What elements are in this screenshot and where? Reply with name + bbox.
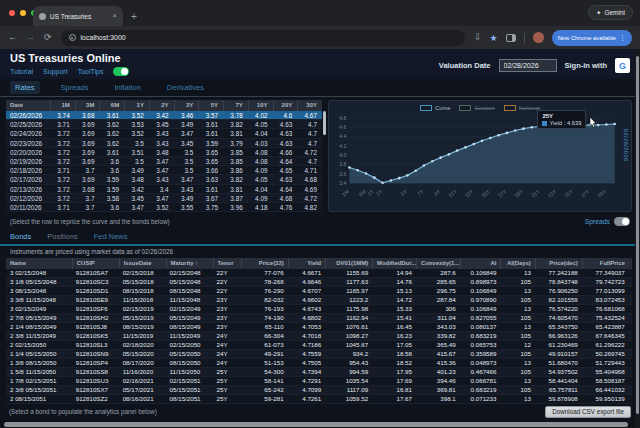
- bonds-col-header[interactable]: AI: [460, 258, 501, 269]
- rates-row-02/18/2026[interactable]: 02/18/20263.713.73.63.493.473.53.663.864…: [6, 166, 322, 175]
- page-scrollbar[interactable]: [635, 50, 640, 428]
- rates-cell: 3.47: [174, 175, 199, 183]
- download-csv-button[interactable]: Download CSV export file: [545, 406, 631, 418]
- browser-toolbar: ← → ⟳ localhost:3000 ⇩ ★ New Chrome avai…: [0, 26, 640, 49]
- rates-row-02/25/2026[interactable]: 02/25/20263.713.693.623.533.453.493.613.…: [6, 120, 322, 129]
- tab-rates[interactable]: Rates: [10, 81, 40, 94]
- bond-cell: 02/15/2048: [166, 269, 213, 277]
- bond-row-912810SA7[interactable]: 3 02/15/2048912810SA702/15/201802/15/204…: [6, 269, 632, 278]
- bonds-col-header[interactable]: FullPrice: [582, 258, 629, 269]
- tooltips-link[interactable]: ToolTips: [78, 68, 104, 75]
- bonds-col-header[interactable]: AI(Days): [500, 258, 534, 269]
- valuation-date-input[interactable]: [499, 59, 557, 72]
- support-link[interactable]: Support: [43, 68, 68, 75]
- rates-cell: 3.69: [75, 157, 100, 165]
- bond-row-912810SU3[interactable]: 1 7/8 02/15/2051912810SU302/16/202102/15…: [6, 377, 632, 386]
- new-chrome-available-button[interactable]: New Chrome available ⋮: [552, 30, 632, 46]
- rates-row-02/20/2026[interactable]: 02/20/20263.723.693.613.513.483.53.653.8…: [6, 148, 322, 157]
- bonds-col-header[interactable]: Name: [6, 258, 72, 269]
- tooltips-toggle[interactable]: [113, 67, 129, 76]
- rates-cell: 3.57: [198, 111, 223, 119]
- browser-tab[interactable]: US Treasuries ×: [33, 6, 123, 26]
- bond-row-912810SK5[interactable]: 2 3/8 11/15/2049912810SK511/15/201911/15…: [6, 332, 632, 341]
- reload-icon[interactable]: ⟳: [44, 33, 52, 42]
- bonds-col-header[interactable]: Price(dec): [535, 258, 582, 269]
- rates-cell: 3.79: [223, 139, 248, 147]
- side-panel-icon[interactable]: [506, 34, 516, 42]
- tab-spreads[interactable]: Spreads: [56, 81, 94, 94]
- bonds-col-header[interactable]: Tenor: [213, 258, 241, 269]
- bond-row-912810SZ2[interactable]: 2 08/15/2051912810SZ208/16/202108/15/205…: [6, 395, 632, 404]
- bond-row-912810SJ8[interactable]: 2 1/4 08/15/2049912810SJ808/15/201908/15…: [6, 323, 632, 332]
- minimize-window-button[interactable]: [20, 10, 26, 16]
- legend-item-coupon[interactable]: Coupon: [459, 105, 494, 111]
- tab-fed-news[interactable]: Fed News: [94, 232, 128, 241]
- bond-row-912810SE9[interactable]: 3 3/8 11/15/2048912810SE911/15/201811/15…: [6, 296, 632, 305]
- legend-item-curve[interactable]: Curve: [420, 105, 450, 111]
- rates-table-scrollbar[interactable]: [323, 111, 326, 135]
- address-bar[interactable]: localhost:3000: [61, 30, 466, 46]
- bonds-col-header[interactable]: CUSIP: [72, 258, 119, 269]
- bonds-col-header[interactable]: Yield: [288, 258, 326, 269]
- rates-row-02/26/2026[interactable]: 02/26/20263.743.683.613.523.423.463.573.…: [6, 111, 322, 120]
- forward-icon[interactable]: →: [26, 33, 35, 42]
- horizontal-scrollbar-thumb[interactable]: [4, 422, 628, 427]
- spreads-toggle[interactable]: [614, 217, 630, 226]
- bond-cell: 15.41: [372, 314, 416, 322]
- google-signin-button[interactable]: G: [615, 58, 630, 73]
- bond-cell: 23Y: [213, 296, 241, 304]
- rates-row-02/24/2026[interactable]: 02/24/20263.723.693.623.523.433.473.613.…: [6, 129, 322, 138]
- main-tab-bar: RatesSpreadsInflationDerivatives: [0, 79, 640, 97]
- bond-row-912810SC3[interactable]: 3 1/8 05/15/2048912810SC305/15/201805/15…: [6, 278, 632, 287]
- gemini-button[interactable]: ✦ Gemini: [588, 5, 633, 20]
- rates-row-02/12/2026[interactable]: 02/12/20263.723.73.583.453.473.493.673.8…: [6, 194, 322, 203]
- horizontal-scrollbar[interactable]: [2, 420, 638, 428]
- bond-row-912810SX7[interactable]: 2 3/8 05/15/2051912810SX705/17/202105/15…: [6, 386, 632, 395]
- bond-cell: 51.680470: [535, 359, 582, 367]
- back-icon[interactable]: ←: [8, 33, 17, 42]
- bond-cell: 16.81: [372, 386, 416, 394]
- rates-row-02/11/2026[interactable]: 02/11/20263.713.73.63.473.523.553.753.96…: [6, 203, 322, 212]
- bonds-col-header[interactable]: IssueDate: [119, 258, 166, 269]
- bond-cell: 3 3/8 11/15/2048: [6, 296, 72, 304]
- rates-row-02/13/2026[interactable]: 02/13/20263.723.683.593.423.43.433.613.8…: [6, 185, 322, 194]
- rates-row-02/17/2026[interactable]: 02/17/20263.723.693.593.483.433.473.633.…: [6, 175, 322, 184]
- bonds-col-header[interactable]: Convexity(1...: [416, 258, 460, 269]
- rates-row-02/23/2026[interactable]: 02/23/20263.723.693.623.53.433.453.593.7…: [6, 139, 322, 148]
- site-info-icon[interactable]: [69, 34, 76, 41]
- bond-row-912810SL3[interactable]: 2 02/15/2050912810SL302/18/202002/15/205…: [6, 341, 632, 350]
- install-app-icon[interactable]: ⇩: [474, 33, 482, 42]
- bonds-col-header[interactable]: ModifiedDur...: [372, 258, 416, 269]
- bond-row-912810SD1[interactable]: 3 08/15/2048912810SD108/15/201808/15/204…: [6, 287, 632, 296]
- page-scrollbar-thumb[interactable]: [636, 56, 639, 414]
- rates-cell: 3.7: [75, 194, 100, 202]
- close-window-button[interactable]: [9, 10, 15, 16]
- bonds-col-header[interactable]: Price(32): [241, 258, 288, 269]
- tutorial-link[interactable]: Tutorial: [10, 68, 33, 75]
- yield-curve-chart[interactable]: CurveCouponNotional 3.43.63.84.04.24.44.…: [328, 100, 632, 212]
- bond-cell: 17.05: [372, 341, 416, 349]
- profile-avatar[interactable]: [533, 32, 544, 43]
- tab-derivatives[interactable]: Derivatives: [162, 81, 209, 94]
- tab-bonds[interactable]: Bonds: [10, 232, 31, 241]
- tab-inflation[interactable]: Inflation: [110, 81, 146, 94]
- rates-cell: 3.62: [99, 139, 124, 147]
- new-tab-button[interactable]: +: [131, 12, 137, 22]
- bonds-col-header[interactable]: DV01(1MM): [325, 258, 372, 269]
- bond-row-912810SN9[interactable]: 1 1/4 05/15/2050912810SN905/15/202005/15…: [6, 350, 632, 359]
- bond-row-912810SS8[interactable]: 1 5/8 11/15/2050912810SS811/16/202011/15…: [6, 368, 632, 377]
- bond-row-912810SH2[interactable]: 2 7/8 05/15/2049912810SH205/15/201905/15…: [6, 314, 632, 323]
- tab-positions[interactable]: Positions: [47, 232, 77, 241]
- bond-row-912810SP4[interactable]: 1 3/8 08/15/2050912810SP408/17/202008/15…: [6, 359, 632, 368]
- bonds-col-header[interactable]: Maturity ↑: [166, 258, 213, 269]
- bookmark-star-icon[interactable]: ★: [490, 33, 498, 43]
- rates-cell: 4.63: [273, 175, 298, 183]
- mouse-cursor-icon: [589, 117, 597, 128]
- rates-row-02/19/2026[interactable]: 02/19/20263.723.693.63.53.473.53.653.854…: [6, 157, 322, 166]
- svg-text:9Y: 9Y: [433, 188, 442, 197]
- tab-close-icon[interactable]: ×: [112, 12, 117, 20]
- legend-item-notional[interactable]: Notional: [504, 105, 540, 111]
- bond-row-912810SF6[interactable]: 3 02/15/2049912810SF602/15/201902/15/204…: [6, 305, 632, 314]
- browser-menu-icon[interactable]: ⋮: [619, 34, 626, 42]
- bond-cell: 11/15/2049: [166, 332, 213, 340]
